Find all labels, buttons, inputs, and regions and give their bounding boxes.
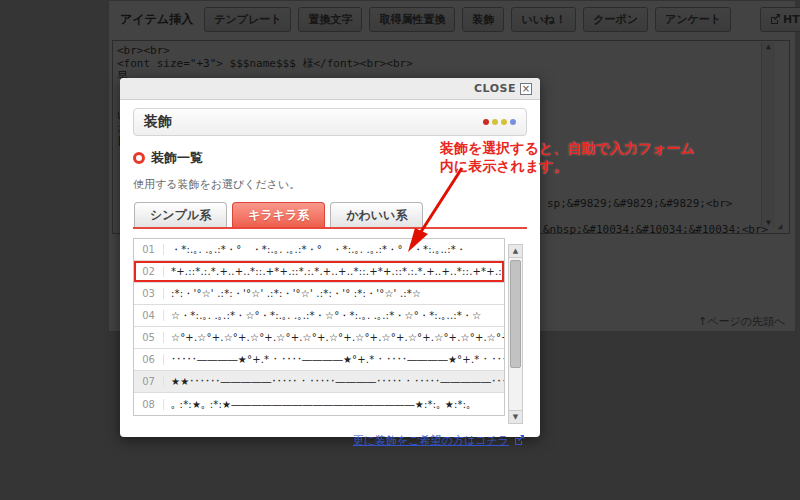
close-label[interactable]: CLOSE: [474, 82, 516, 95]
row-number: 06: [134, 354, 164, 365]
decoration-row[interactable]: 06･････――――★°+.* ･ ････――――★°+.* ･ ････―…: [134, 349, 504, 371]
decoration-row[interactable]: 07★★･･････―――――･････ ･ ･････――――･････ ･ …: [134, 371, 504, 393]
decoration-header-bar: 装飾: [133, 108, 527, 136]
scrollbar-thumb[interactable]: [510, 260, 521, 368]
tab-inactive[interactable]: シンプル系: [134, 202, 227, 227]
decoration-list: 01・*:.｡. .｡.:*・° ・*:.｡. .｡.:*・° ・*:.｡. .…: [133, 238, 505, 416]
external-link-icon: [514, 435, 524, 445]
more-link-row: 更に装飾をご希望の方はコチラ: [133, 429, 524, 448]
row-number: 07: [134, 376, 164, 387]
annotation-line-2: 内に表示されます。: [440, 157, 740, 175]
close-icon[interactable]: ×: [520, 83, 532, 95]
header-dots: [483, 119, 516, 125]
scroll-up-icon[interactable]: ▲: [509, 245, 522, 258]
status-dot-icon: [483, 119, 489, 125]
decoration-row[interactable]: 03:*:・'°☆' .:*:・'°☆' .:*:・'°☆' .:*:・'° :…: [134, 283, 504, 305]
annotation-line-1: 装飾を選択すると、自動で入力フォーム: [440, 139, 740, 157]
status-dot-icon: [501, 119, 507, 125]
more-decorations-link[interactable]: 更に装飾をご希望の方はコチラ: [353, 434, 509, 447]
modal-title: 装飾: [144, 113, 172, 131]
annotation-callout: 装飾を選択すると、自動で入力フォーム 内に表示されます。: [440, 139, 740, 175]
scroll-down-icon[interactable]: ▼: [509, 410, 522, 423]
row-number: 03: [134, 288, 164, 299]
list-scrollbar[interactable]: ▲ ▼: [508, 244, 523, 424]
decoration-row[interactable]: 02*+.::*.:.*.+..+..*::.+*+.::*.:.*.+..+.…: [134, 261, 504, 283]
decoration-pattern: *+.::*.:.*.+..+..*::.+*+.::*.:.*.+..+..*…: [164, 266, 504, 277]
modal-topbar: CLOSE ×: [120, 78, 540, 100]
decoration-pattern: ｡ :*:★｡ :*:★――――――――――――――――――★:*:｡ ★:*:…: [164, 399, 504, 410]
row-number: 04: [134, 310, 164, 321]
decoration-row[interactable]: 05☆°+.☆°+.☆°+.☆°+.☆°+.☆°+.☆°+.☆°+.☆°+.☆°…: [134, 327, 504, 349]
status-dot-icon: [492, 119, 498, 125]
row-number: 05: [134, 332, 164, 343]
decoration-row[interactable]: 04☆・*:.｡. .｡.:*・☆°・*:.｡. .｡.:*・☆°・*:.｡. …: [134, 305, 504, 327]
row-number: 02: [134, 266, 164, 277]
row-number: 08: [134, 399, 164, 410]
bullet-ring-icon: [133, 152, 145, 164]
decoration-pattern: ★★･･････―――――･････ ･ ･････――――･････ ･ ･･…: [164, 376, 504, 387]
row-number: 01: [134, 244, 164, 255]
decoration-modal: CLOSE × 装飾 装飾一覧 使用する装飾をお選びください。 シンプル系キラキ…: [120, 78, 540, 437]
annotation-arrow-icon: [395, 160, 475, 260]
decoration-pattern: :*:・'°☆' .:*:・'°☆' .:*:・'°☆' .:*:・'° :*:…: [164, 287, 504, 301]
decoration-pattern: ･････――――★°+.* ･ ････――――★°+.* ･ ････―――…: [164, 354, 504, 365]
decoration-row[interactable]: 08｡ :*:★｡ :*:★――――――――――――――――――★:*:｡ ★:…: [134, 393, 504, 415]
section-title: 装飾一覧: [151, 149, 203, 167]
decoration-pattern: ☆°+.☆°+.☆°+.☆°+.☆°+.☆°+.☆°+.☆°+.☆°+.☆°+.…: [164, 332, 504, 343]
status-dot-icon: [510, 119, 516, 125]
decoration-pattern: ☆・*:.｡. .｡.:*・☆°・*:.｡. .｡.:*・☆°・*:.｡. .｡…: [164, 309, 504, 323]
tab-active[interactable]: キラキラ系: [232, 202, 325, 227]
